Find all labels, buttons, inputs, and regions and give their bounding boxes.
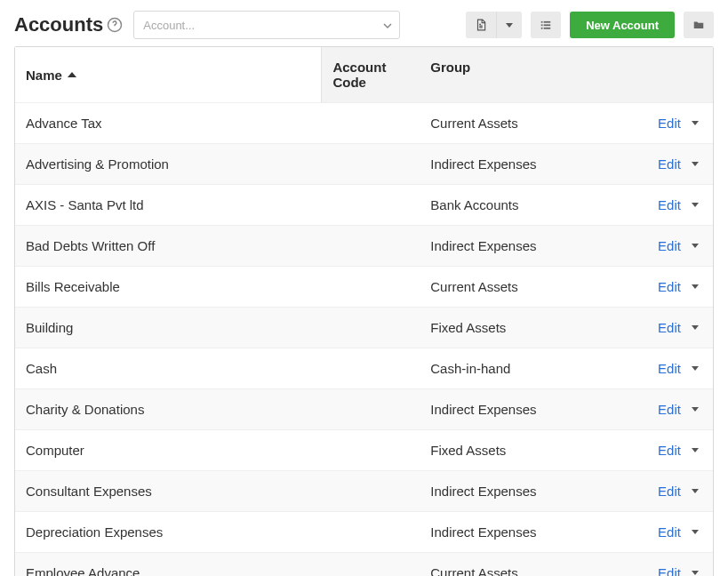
edit-link[interactable]: Edit — [658, 361, 681, 376]
caret-down-icon — [692, 530, 699, 534]
cell-code — [322, 316, 420, 340]
cell-group: Cash-in-hand — [420, 348, 629, 388]
cell-group: Fixed Assets — [420, 430, 629, 470]
edit-link[interactable]: Edit — [658, 197, 681, 212]
edit-link[interactable]: Edit — [658, 402, 681, 417]
search-placeholder: Account... — [143, 19, 195, 32]
svg-rect-2 — [541, 24, 543, 26]
table-row[interactable]: Bills ReceivableCurrent AssetsEdit — [15, 266, 713, 307]
cell-group: Current Assets — [420, 553, 629, 576]
table-row[interactable]: Advertising & PromotionIndirect Expenses… — [15, 143, 713, 184]
cell-actions: Edit — [629, 471, 713, 511]
row-menu-button[interactable] — [688, 322, 702, 333]
caret-down-icon — [692, 121, 699, 125]
cell-group: Bank Accounts — [420, 185, 629, 225]
row-menu-button[interactable] — [688, 199, 702, 211]
cell-name: Bad Debts Written Off — [15, 226, 322, 266]
svg-rect-3 — [544, 24, 551, 26]
cell-name: Cash — [15, 348, 322, 388]
table-row[interactable]: ComputerFixed AssetsEdit — [15, 429, 713, 470]
row-menu-button[interactable] — [688, 404, 702, 415]
table-row[interactable]: Employee AdvanceCurrent AssetsEdit — [15, 552, 713, 576]
table-row[interactable]: Charity & DonationsIndirect ExpensesEdit — [15, 388, 713, 429]
cell-code — [322, 520, 420, 545]
cell-actions: Edit — [629, 185, 713, 225]
cell-name: Advertising & Promotion — [15, 144, 322, 184]
cell-code — [322, 111, 420, 136]
cell-code — [322, 397, 420, 422]
cell-code — [322, 438, 420, 463]
cell-code — [322, 152, 420, 177]
caret-down-icon — [692, 366, 699, 371]
cell-actions: Edit — [629, 512, 713, 552]
cell-actions: Edit — [629, 389, 713, 429]
row-menu-button[interactable] — [688, 444, 702, 456]
row-menu-button[interactable] — [688, 526, 702, 538]
column-header-name-label: Name — [26, 68, 62, 83]
cell-code — [322, 356, 420, 381]
cell-code — [322, 234, 420, 259]
help-icon[interactable] — [105, 15, 124, 35]
accounts-table: Name Account Code Group Advance TaxCurre… — [14, 46, 714, 576]
cell-group: Indirect Expenses — [420, 512, 629, 552]
edit-link[interactable]: Edit — [658, 238, 681, 253]
cell-actions: Edit — [629, 553, 713, 576]
caret-down-icon — [692, 489, 699, 493]
export-button-group — [466, 12, 522, 38]
row-menu-button[interactable] — [688, 567, 702, 576]
row-menu-button[interactable] — [688, 281, 702, 292]
cell-name: Bills Receivable — [15, 267, 322, 307]
row-menu-button[interactable] — [688, 117, 702, 129]
cell-group: Indirect Expenses — [420, 471, 629, 511]
table-row[interactable]: Advance TaxCurrent AssetsEdit — [15, 102, 713, 143]
cell-code — [322, 193, 420, 218]
table-row[interactable]: AXIS - Santa Pvt ltdBank AccountsEdit — [15, 184, 713, 225]
cell-name: Computer — [15, 430, 322, 470]
page-title: Accounts — [14, 13, 103, 36]
row-menu-button[interactable] — [688, 363, 702, 374]
edit-link[interactable]: Edit — [658, 156, 681, 172]
caret-down-icon — [692, 203, 699, 207]
cell-actions: Edit — [629, 267, 713, 307]
caret-down-icon — [692, 244, 699, 248]
column-header-actions — [629, 47, 713, 102]
row-menu-button[interactable] — [688, 240, 702, 252]
export-button[interactable] — [466, 12, 496, 38]
table-row[interactable]: Bad Debts Written OffIndirect ExpensesEd… — [15, 225, 713, 266]
edit-link[interactable]: Edit — [658, 443, 681, 458]
caret-down-icon — [692, 407, 699, 412]
cell-group: Fixed Assets — [420, 308, 629, 348]
edit-link[interactable]: Edit — [658, 484, 681, 499]
caret-down-icon — [692, 162, 699, 166]
edit-link[interactable]: Edit — [658, 279, 681, 294]
table-row[interactable]: CashCash-in-handEdit — [15, 348, 713, 388]
cell-group: Current Assets — [420, 267, 629, 307]
edit-link[interactable]: Edit — [658, 524, 681, 540]
edit-link[interactable]: Edit — [658, 320, 681, 335]
cell-actions: Edit — [629, 308, 713, 348]
cell-actions: Edit — [629, 430, 713, 470]
column-header-name[interactable]: Name — [15, 47, 322, 102]
column-header-group[interactable]: Group — [420, 47, 629, 102]
account-search-select[interactable]: Account... — [133, 11, 400, 39]
edit-link[interactable]: Edit — [658, 116, 681, 131]
svg-rect-0 — [541, 21, 543, 23]
cell-group: Indirect Expenses — [420, 226, 629, 266]
column-header-code[interactable]: Account Code — [322, 47, 420, 102]
svg-rect-5 — [544, 28, 551, 29]
table-body: Advance TaxCurrent AssetsEditAdvertising… — [15, 102, 713, 576]
cell-code — [322, 561, 420, 577]
table-row[interactable]: BuildingFixed AssetsEdit — [15, 307, 713, 348]
new-account-button[interactable]: New Account — [570, 12, 675, 38]
cell-name: Building — [15, 308, 322, 348]
title-wrap: Accounts — [14, 13, 124, 36]
table-row[interactable]: Consultant ExpensesIndirect ExpensesEdit — [15, 470, 713, 511]
export-dropdown-button[interactable] — [496, 12, 522, 38]
folder-button[interactable] — [684, 12, 714, 38]
row-menu-button[interactable] — [688, 158, 702, 170]
row-menu-button[interactable] — [688, 485, 702, 497]
table-header: Name Account Code Group — [15, 47, 713, 102]
table-row[interactable]: Depreciation ExpensesIndirect ExpensesEd… — [15, 511, 713, 552]
list-view-button[interactable] — [531, 12, 561, 38]
edit-link[interactable]: Edit — [658, 565, 681, 576]
